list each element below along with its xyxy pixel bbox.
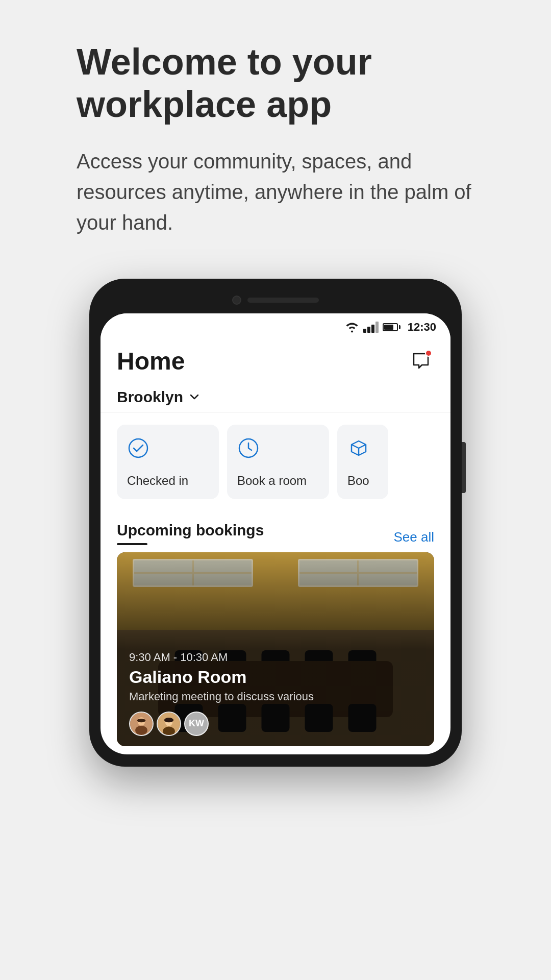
status-icons (345, 322, 400, 333)
booking-room-name: Galiano Room (129, 667, 422, 687)
bookings-underline (117, 543, 147, 545)
signal-bars-icon (363, 322, 379, 333)
app-header: Home (101, 339, 450, 383)
location-row: Brooklyn (101, 383, 450, 412)
phone-camera (232, 296, 241, 305)
booking-time: 9:30 AM - 10:30 AM (129, 651, 422, 664)
svg-point-5 (137, 719, 146, 722)
phone-side-button (462, 442, 466, 493)
phone-outer: 12:30 Home Brooklyn (89, 279, 462, 767)
app-header-title: Home (117, 347, 185, 375)
bookings-header: Upcoming bookings See all (117, 522, 434, 545)
attendee-avatar-kw: KW (184, 712, 209, 736)
svg-point-4 (135, 725, 147, 734)
book-desk-card[interactable]: Boo (337, 425, 388, 499)
clock-icon (237, 437, 260, 459)
notification-button[interactable] (408, 348, 434, 374)
check-circle-icon (127, 437, 149, 459)
notification-badge (425, 350, 432, 357)
checked-in-card[interactable]: Checked in (117, 425, 219, 499)
attendee-avatar-1 (129, 712, 154, 736)
wifi-icon (345, 322, 359, 333)
checked-in-label: Checked in (127, 474, 188, 488)
booking-card[interactable]: 9:30 AM - 10:30 AM Galiano Room Marketin… (117, 552, 434, 746)
bookings-title-wrap: Upcoming bookings (117, 522, 264, 545)
sub-text: Access your community, spaces, and resou… (77, 146, 474, 238)
quick-actions-row: Checked in Book a room (101, 412, 450, 511)
status-time: 12:30 (408, 321, 436, 334)
box-icon (347, 437, 370, 459)
chevron-down-icon (187, 390, 202, 404)
svg-point-8 (163, 726, 175, 736)
svg-point-0 (129, 439, 147, 457)
attendee-avatar-2 (157, 712, 181, 736)
phone-screen: 12:30 Home Brooklyn (101, 313, 450, 754)
see-all-button[interactable]: See all (394, 529, 435, 545)
phone-notch (101, 291, 450, 309)
bookings-title: Upcoming bookings (117, 522, 264, 539)
location-name: Brooklyn (117, 388, 183, 406)
phone-mockup: 12:30 Home Brooklyn (89, 279, 462, 767)
location-selector[interactable]: Brooklyn (117, 388, 434, 406)
main-title: Welcome to your workplace app (77, 41, 474, 126)
status-bar: 12:30 (101, 313, 450, 339)
book-room-card[interactable]: Book a room (227, 425, 329, 499)
battery-icon (383, 323, 400, 331)
phone-speaker (247, 298, 319, 303)
intro-section: Welcome to your workplace app Access you… (77, 41, 474, 238)
book-desk-label: Boo (347, 474, 369, 488)
booking-description: Marketing meeting to discuss various (129, 690, 422, 703)
book-room-label: Book a room (237, 474, 307, 488)
booking-attendees: KW (129, 712, 422, 736)
booking-info: 9:30 AM - 10:30 AM Galiano Room Marketin… (117, 641, 434, 746)
svg-point-9 (164, 718, 173, 722)
bookings-section: Upcoming bookings See all (101, 511, 450, 754)
